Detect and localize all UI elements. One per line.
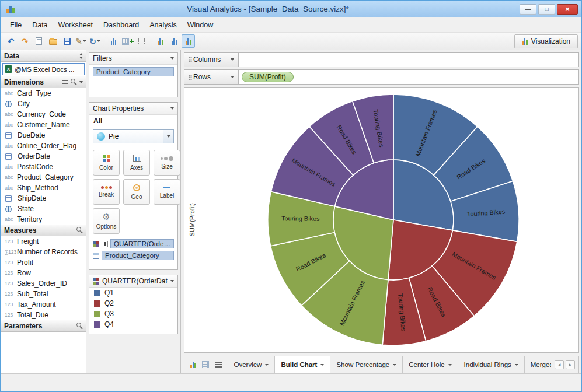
legend-item[interactable]: Q2: [89, 298, 177, 309]
toolbar-separator: [151, 36, 151, 47]
measure-item[interactable]: 123Row: [1, 268, 86, 278]
abc-icon: abc: [5, 122, 14, 128]
dimension-item[interactable]: abcOnline_Order_Flag: [1, 141, 86, 151]
rows-shelf-field[interactable]: SUM(Profit): [239, 69, 579, 85]
tab-merged-measures[interactable]: Merged Measures (Single Ring): [525, 356, 551, 373]
search-icon[interactable]: [76, 323, 83, 329]
legend-label: Q2: [104, 299, 114, 307]
sort-ascending-button[interactable]: [154, 34, 167, 48]
rows-measure-chip[interactable]: SUM(Profit): [242, 72, 294, 82]
measure-item[interactable]: 123Sub_Total: [1, 289, 86, 299]
dimension-item[interactable]: City: [1, 99, 86, 109]
search-icon[interactable]: [71, 79, 77, 85]
dimension-label: OrderDate: [18, 152, 50, 160]
close-button[interactable]: ×: [557, 4, 578, 15]
list-icon[interactable]: [62, 80, 68, 81]
dimension-item[interactable]: abcTerritory: [1, 214, 86, 225]
measure-item[interactable]: 123Total_Due: [1, 310, 86, 320]
legend-item[interactable]: Q1: [89, 288, 177, 298]
dimension-item[interactable]: abcShip_Method: [1, 183, 86, 193]
dimension-item[interactable]: abcCard_Type: [1, 88, 86, 99]
minimize-button[interactable]: —: [520, 4, 536, 15]
dimension-item[interactable]: abcCustomer_Name: [1, 120, 86, 130]
undo-button[interactable]: ↶: [4, 34, 18, 48]
legend-item[interactable]: Q3: [89, 309, 177, 319]
dimension-item[interactable]: ShipDate: [1, 193, 86, 204]
dimension-item[interactable]: State: [1, 204, 86, 214]
columns-shelf-label[interactable]: Columns: [184, 52, 239, 67]
measure-item[interactable]: ∑123Number of Records: [1, 247, 86, 257]
dimension-item[interactable]: abcProduct_Category: [1, 172, 86, 183]
measure-item[interactable]: 123Tax_Amount: [1, 299, 86, 310]
scroll-tabs-left-button[interactable]: ◄: [555, 360, 564, 369]
visualization-tab[interactable]: Visualization: [514, 34, 578, 48]
tab-build-chart[interactable]: Build Chart: [275, 356, 330, 373]
select-dropdown-zone[interactable]: [163, 130, 173, 143]
y-axis-label: SUM(Profit): [189, 203, 196, 236]
tab-individual-rings[interactable]: Individual Rings: [458, 356, 525, 373]
scroll-tabs-right-button[interactable]: ►: [566, 360, 575, 369]
label-button[interactable]: Label: [154, 179, 180, 205]
sort-descending-button[interactable]: [168, 34, 181, 48]
chart-view-icon[interactable]: [190, 361, 196, 368]
color-button[interactable]: Color: [93, 150, 120, 176]
menu-window[interactable]: Window: [182, 19, 218, 32]
dimension-item[interactable]: OrderDate: [1, 151, 86, 162]
grid-view-icon[interactable]: [202, 361, 209, 368]
open-button[interactable]: [46, 34, 60, 48]
quarter-binding-chip[interactable]: QUARTER(OrderD...: [110, 239, 174, 249]
search-icon[interactable]: [76, 227, 83, 233]
chevron-down-icon[interactable]: [79, 81, 83, 83]
tab-center-hole[interactable]: Center Hole: [403, 356, 458, 373]
data-source-item[interactable]: X @MS Excel Docs ...: [2, 63, 85, 75]
options-button[interactable]: ⚙Options: [93, 208, 120, 234]
legend-header[interactable]: QUARTER(OrderDate): [89, 275, 177, 288]
format-button[interactable]: ✎: [74, 34, 88, 48]
measure-item[interactable]: 123Profit: [1, 257, 86, 268]
chart-button[interactable]: [107, 34, 120, 48]
rows-shelf-label[interactable]: Rows: [184, 69, 239, 85]
facet-view-button[interactable]: [182, 34, 195, 48]
chart-properties-header[interactable]: Chart Properties: [89, 103, 177, 115]
maximize-button[interactable]: □: [538, 4, 555, 15]
measure-item[interactable]: 123Sales_Order_ID: [1, 278, 86, 289]
geo-button[interactable]: Geo: [123, 179, 150, 205]
dimension-item[interactable]: abcCurrency_Code: [1, 109, 86, 120]
break-button[interactable]: Break: [93, 179, 120, 205]
columns-shelf-field[interactable]: [239, 52, 579, 67]
size-button[interactable]: Size: [154, 150, 180, 176]
filters-header[interactable]: Filters: [89, 52, 177, 65]
visualization-label: Visualization: [531, 37, 570, 46]
save-disk-icon: [64, 38, 71, 45]
grid-button[interactable]: [121, 34, 134, 48]
filter-chip[interactable]: Product_Category: [93, 67, 174, 76]
sunburst-chart[interactable]: Mountain FramesRoad BikesTouring BikesMo…: [199, 88, 578, 352]
sort-updown-icon[interactable]: [79, 53, 83, 59]
sheet-tabs: Overview Build Chart Show Percentage Cen…: [228, 356, 552, 373]
chart-type-select[interactable]: Pie: [93, 130, 174, 144]
list-view-icon[interactable]: [215, 362, 222, 363]
dimension-item[interactable]: abcPostalCode: [1, 162, 86, 172]
dimension-item[interactable]: DueDate: [1, 130, 86, 141]
legend-title: QUARTER(OrderDate): [102, 277, 168, 285]
axes-button[interactable]: Axes: [123, 150, 150, 176]
menu-worksheet[interactable]: Worksheet: [53, 19, 99, 32]
menu-dashboard[interactable]: Dashboard: [98, 19, 144, 32]
main-area: Columns Rows SUM(Profit) SUM(Profit: [181, 50, 581, 373]
data-panel: Data X @MS Excel Docs ... Dimensions abc…: [1, 50, 86, 373]
measure-item[interactable]: 123Freight: [1, 236, 86, 247]
tab-overview[interactable]: Overview: [228, 356, 276, 373]
menu-analysis[interactable]: Analysis: [144, 19, 182, 32]
menu-file[interactable]: File: [5, 19, 27, 32]
expand-button[interactable]: [102, 241, 108, 247]
save-button[interactable]: [60, 34, 74, 48]
legend-item[interactable]: Q4: [89, 319, 177, 330]
refresh-button[interactable]: ↻: [88, 34, 102, 48]
redo-button[interactable]: ↷: [18, 34, 32, 48]
selection-tool-button[interactable]: [135, 34, 148, 48]
new-sheet-button[interactable]: [32, 34, 46, 48]
category-binding-chip[interactable]: Product_Category: [102, 251, 174, 260]
binding-row-category: Product_Category: [89, 250, 177, 261]
menu-data[interactable]: Data: [27, 19, 53, 32]
tab-show-percentage[interactable]: Show Percentage: [330, 356, 403, 373]
